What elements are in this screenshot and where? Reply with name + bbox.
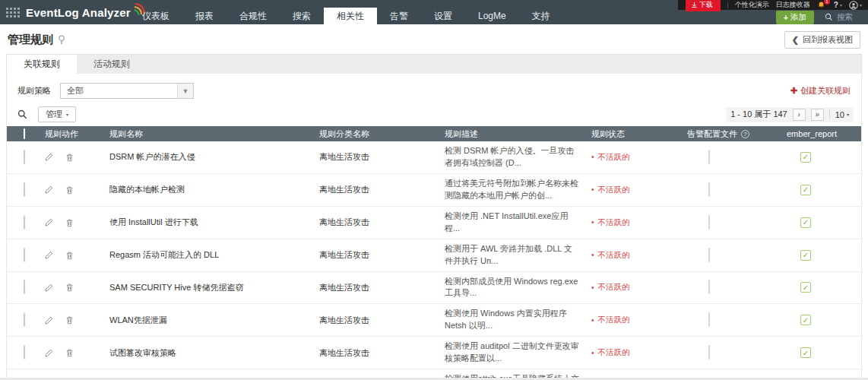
edit-pencil-icon[interactable] <box>45 153 53 161</box>
nav-tab-support[interactable]: 支持 <box>519 8 563 24</box>
status-dot-icon: • <box>591 153 594 161</box>
rule-category: 离地生活攻击 <box>319 184 445 195</box>
search-icon <box>825 13 833 21</box>
rule-name[interactable]: SAM SECURITY Hive 转储凭据盗窃 <box>109 282 319 293</box>
page-size-dropdown[interactable]: 10 ▾ <box>835 110 849 119</box>
divider <box>829 109 830 120</box>
delete-trash-icon[interactable] <box>65 218 74 227</box>
action-bar: + 添加 搜索 <box>776 10 868 24</box>
table-header: 规则动作 规则名称 规则分类名称 规则描述 规则状态 告警配置文件 ? embe… <box>7 126 861 141</box>
page-title-row: 管理规则 ❮ 回到报表视图 <box>0 24 868 54</box>
edit-pencil-icon[interactable] <box>45 316 53 325</box>
manage-dropdown-button[interactable]: 管理 ▾ <box>38 106 76 122</box>
row-checkbox[interactable] <box>24 215 25 230</box>
add-button[interactable]: + 添加 <box>776 11 814 24</box>
delete-trash-icon[interactable] <box>65 251 74 260</box>
rule-name[interactable]: WLAN凭据泄漏 <box>109 315 319 326</box>
download-icon <box>692 2 697 8</box>
alert-profile-checkbox[interactable] <box>708 215 710 230</box>
alert-profile-checkbox[interactable] <box>708 150 710 164</box>
help-menu[interactable]: ? ▾ <box>834 1 842 9</box>
row-checkbox[interactable] <box>24 248 25 262</box>
delete-trash-icon[interactable] <box>65 283 74 292</box>
table-search-icon[interactable] <box>17 109 27 119</box>
rule-category: 离地生活攻击 <box>319 282 445 293</box>
rule-name[interactable]: 试图篡改审核策略 <box>109 347 319 359</box>
nav-tab-logme[interactable]: LogMe <box>465 8 519 24</box>
row-checkbox[interactable] <box>24 345 25 359</box>
rule-description: 检测使用 .NET InstallUtil.exe应用程... <box>445 211 591 235</box>
row-checkbox[interactable] <box>24 182 25 197</box>
tab-correlation-rules[interactable]: 关联规则 <box>7 55 77 74</box>
personalized-demo-link[interactable]: 个性化演示 <box>735 0 769 10</box>
row-checkbox[interactable] <box>24 280 25 294</box>
select-all-checkbox[interactable] <box>24 128 25 139</box>
divider <box>727 2 728 8</box>
nav-tab-search[interactable]: 搜索 <box>280 8 324 24</box>
download-button[interactable]: 下载 <box>686 0 721 11</box>
chevron-down-icon: ▼ <box>177 84 193 98</box>
create-correlation-rule-link[interactable]: ✚ 创建关联规则 <box>790 85 851 97</box>
global-search[interactable]: 搜索 <box>820 11 863 24</box>
col-rule-category: 规则分类名称 <box>319 128 445 140</box>
alert-profile-checkbox[interactable] <box>708 312 710 327</box>
delete-trash-icon[interactable] <box>65 153 74 162</box>
app-header: EventLog Analyzer 仪表板 报表 合规性 搜索 相关性 告警 设… <box>0 0 868 24</box>
alert-profile-checkbox[interactable] <box>708 248 710 262</box>
chevron-left-icon: ❮ <box>792 35 799 45</box>
alert-profile-checkbox[interactable] <box>708 280 710 294</box>
tab-activity-rules[interactable]: 活动规则 <box>77 55 147 74</box>
user-avatar-icon <box>849 1 858 10</box>
help-circle-icon[interactable]: ? <box>741 130 749 138</box>
alert-profile-checkbox[interactable] <box>708 182 710 197</box>
ember-report-checkbox[interactable]: ✓ <box>800 152 811 163</box>
nav-tab-alerts[interactable]: 告警 <box>377 8 421 24</box>
nav-tab-reports[interactable]: 报表 <box>182 8 227 24</box>
table-row: WLAN凭据泄漏 离地生活攻击 检测使用 Windows 内置实用程序 Nets… <box>7 304 861 337</box>
edit-pencil-icon[interactable] <box>45 283 53 292</box>
back-to-reports-button[interactable]: ❮ 回到报表视图 <box>784 31 860 49</box>
ember-report-checkbox[interactable]: ✓ <box>800 315 811 325</box>
rule-policy-label: 规则策略 <box>17 85 51 97</box>
rule-name[interactable]: 使用 InstallUtil 进行下载 <box>109 217 319 228</box>
help-label: ? <box>834 1 838 9</box>
row-checkbox[interactable] <box>24 312 25 327</box>
apps-grid-icon[interactable] <box>6 8 20 17</box>
delete-trash-icon[interactable] <box>65 315 74 325</box>
ember-report-checkbox[interactable]: ✓ <box>800 217 811 228</box>
rule-status: • 不活跃的 <box>591 217 687 228</box>
delete-trash-icon[interactable] <box>65 348 74 357</box>
nav-tab-correlation[interactable]: 相关性 <box>324 8 377 24</box>
table-row: Regasm 活动可能注入的 DLL 离地生活攻击 检测用于 AWL 旁路并加载… <box>7 239 861 272</box>
ember-report-checkbox[interactable]: ✓ <box>800 282 811 293</box>
edit-pencil-icon[interactable] <box>45 251 53 259</box>
edit-pencil-icon[interactable] <box>45 349 53 357</box>
nav-tab-dashboard[interactable]: 仪表板 <box>129 8 182 24</box>
user-menu[interactable]: ▾ <box>849 1 862 10</box>
nav-tab-compliance[interactable]: 合规性 <box>227 8 280 24</box>
last-page-button[interactable]: » <box>811 109 824 121</box>
rule-name[interactable]: DSRM 帐户的潜在入侵 <box>109 151 319 163</box>
ember-report-checkbox[interactable]: ✓ <box>800 185 811 195</box>
next-page-button[interactable]: › <box>793 109 806 121</box>
rule-policy-select[interactable]: 全部 ▼ <box>60 83 194 99</box>
table-row: 隐藏的本地帐户检测 离地生活攻击 通过将美元符号附加到帐户名称来检测隐藏的本地用… <box>7 174 861 207</box>
delete-trash-icon[interactable] <box>65 185 74 195</box>
rule-name[interactable]: Regasm 活动可能注入的 DLL <box>109 249 319 261</box>
row-checkbox[interactable] <box>24 150 25 164</box>
utility-bar: 下载 个性化演示 日志接收器 1 ? ▾ ▾ <box>678 0 868 10</box>
log-receiver-link[interactable]: 日志接收器 <box>776 0 810 10</box>
alert-profile-checkbox[interactable] <box>708 345 710 359</box>
edit-pencil-icon[interactable] <box>45 218 53 226</box>
notifications-button[interactable]: 1 <box>817 1 827 9</box>
edit-pencil-icon[interactable] <box>45 185 53 194</box>
search-placeholder: 搜索 <box>837 12 853 23</box>
ember-report-checkbox[interactable]: ✓ <box>800 347 811 358</box>
col-rule-name: 规则名称 <box>109 128 319 140</box>
pagination: 1 - 10 属于 147 › » 10 ▾ <box>726 107 854 122</box>
ember-report-checkbox[interactable]: ✓ <box>800 250 811 261</box>
bulb-icon[interactable] <box>58 35 65 45</box>
nav-tab-settings[interactable]: 设置 <box>421 8 465 24</box>
rule-name[interactable]: 隐藏的本地帐户检测 <box>109 184 319 195</box>
rule-category: 离地生活攻击 <box>319 347 445 359</box>
